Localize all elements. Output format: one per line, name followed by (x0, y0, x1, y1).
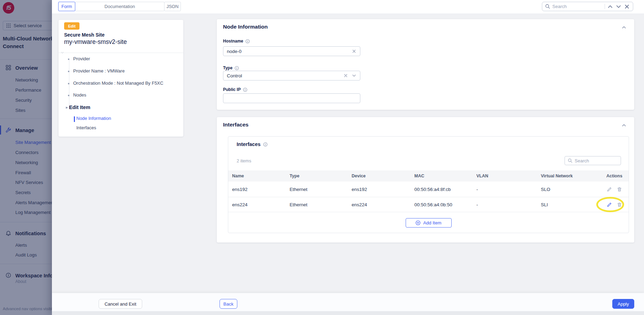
cell-vlan: - (476, 187, 541, 192)
col-vlan: VLAN (476, 174, 541, 178)
tab-form[interactable]: Form (58, 2, 75, 11)
collapse-chevron-icon[interactable] (621, 25, 627, 30)
hostname-input[interactable]: node-0 (223, 46, 360, 56)
wizard-nav-card: Edit Secure Mesh Site my-vmware-smsv2-si… (59, 20, 183, 137)
node-information-title: Node Information (223, 24, 268, 30)
col-device: Device (352, 174, 414, 178)
object-name: my-vmware-smsv2-site (64, 38, 127, 46)
step-bullet (68, 83, 69, 84)
public-ip-input[interactable] (223, 93, 360, 103)
cell-mac: 00:50:56:a4:8f:cb (414, 187, 476, 192)
panel-topbar: Form Documentation JSON (52, 0, 644, 14)
info-icon[interactable] (235, 66, 239, 70)
tab-json[interactable]: JSON (164, 2, 181, 11)
table-search-input[interactable] (575, 158, 618, 163)
back-button[interactable]: Back (220, 299, 237, 309)
col-name: Name (232, 174, 290, 178)
interfaces-list-panel: Interfaces 2 items Name Type Device MAC … (228, 136, 629, 233)
interfaces-card: Interfaces Interfaces 2 items Name Type … (217, 117, 634, 243)
caret-right-icon (66, 106, 68, 109)
info-icon[interactable] (243, 87, 247, 92)
col-type: Type (290, 174, 352, 178)
cell-virtual-network: SLO (541, 187, 606, 192)
wizard-substep-interfaces[interactable]: Interfaces (76, 125, 96, 130)
table-row: ens192 Ethernet ens192 00:50:56:a4:8f:cb… (228, 182, 629, 197)
cell-mac: 00:50:56:a4:0b:50 (414, 202, 476, 207)
wizard-step-nodes[interactable]: Nodes (73, 92, 86, 98)
plus-circle-icon (415, 220, 421, 225)
cell-device: ens224 (352, 202, 414, 207)
items-count: 2 items (237, 158, 251, 163)
cell-name: ens192 (232, 187, 290, 192)
hostname-label: Hostname (223, 39, 250, 44)
object-type-label: Secure Mesh Site (64, 32, 105, 38)
sidebar: f5 Select service Multi-Cloud Network Co… (0, 0, 52, 315)
cell-vlan: - (476, 202, 541, 207)
info-icon[interactable] (263, 142, 268, 147)
table-search-bar (565, 156, 621, 165)
delete-trash-icon[interactable] (616, 186, 622, 192)
add-item-button[interactable]: Add Item (406, 218, 452, 228)
clear-icon[interactable] (352, 49, 356, 54)
hostname-value: node-0 (227, 49, 352, 54)
col-mac: MAC (414, 174, 476, 178)
wizard-step-provider-name[interactable]: Provider Name : VMWare (73, 68, 125, 74)
divider (59, 53, 183, 53)
step-bullet (68, 71, 69, 72)
form-slideover-panel: Form Documentation JSON Edit Secure Mesh… (52, 0, 644, 315)
edit-pencil-icon[interactable] (606, 186, 612, 192)
apply-button[interactable]: Apply (612, 299, 634, 309)
step-bullet (68, 95, 69, 96)
find-search-input[interactable] (552, 4, 603, 9)
table-header-row: Name Type Device MAC VLAN Virtual Networ… (228, 170, 629, 182)
cell-name: ens224 (232, 202, 290, 207)
search-icon (568, 158, 573, 163)
chevron-down-icon[interactable] (615, 3, 622, 10)
wizard-step-orchestration-mode[interactable]: Orchestration Mode : Not Managed By F5XC (73, 80, 163, 86)
caret-down-icon (61, 51, 64, 54)
wizard-edit-item-label[interactable]: Edit Item (69, 105, 90, 110)
find-search-bar (542, 2, 633, 11)
table-row: ens224 Ethernet ens224 00:50:56:a4:0b:50… (228, 197, 629, 212)
collapse-chevron-icon[interactable] (621, 123, 627, 128)
type-value: Control (227, 73, 343, 78)
type-select[interactable]: Control (223, 71, 360, 80)
type-label: Type (223, 66, 239, 70)
cell-type: Ethernet (290, 202, 352, 207)
add-item-label: Add Item (423, 220, 441, 225)
sidebar-dim-overlay (0, 0, 52, 315)
delete-trash-icon[interactable] (616, 202, 622, 208)
chevron-up-icon[interactable] (607, 3, 613, 10)
node-information-card: Node Information Hostname node-0 Type Co… (217, 19, 634, 110)
wizard-substep-node-information[interactable]: Node Information (76, 116, 111, 121)
edit-pencil-icon[interactable] (606, 202, 612, 208)
close-icon[interactable] (624, 3, 630, 10)
row-actions (606, 186, 629, 192)
step-bullet (68, 59, 69, 60)
interfaces-panel-title: Interfaces (237, 141, 268, 147)
active-step-indicator (74, 116, 75, 122)
edit-badge: Edit (64, 22, 79, 30)
bottom-strip (52, 311, 644, 315)
interfaces-title: Interfaces (223, 122, 248, 128)
tab-documentation[interactable]: Documentation (75, 2, 164, 11)
wizard-step-provider[interactable]: Provider (73, 56, 90, 61)
info-icon[interactable] (245, 39, 250, 44)
cell-type: Ethernet (290, 187, 352, 192)
col-virtual-network: Virtual Network (541, 174, 606, 178)
row-actions (606, 202, 629, 208)
col-actions: Actions (606, 174, 629, 178)
search-icon (545, 4, 550, 9)
cancel-and-exit-button[interactable]: Cancel and Exit (99, 299, 142, 309)
footer-bar: Cancel and Exit Back Apply (52, 293, 644, 311)
divider (605, 4, 605, 9)
clear-icon[interactable] (343, 73, 348, 78)
public-ip-label: Public IP (223, 87, 247, 92)
add-item-row: Add Item (228, 212, 629, 233)
chevron-down-icon[interactable] (352, 73, 356, 78)
f5xc-console: f5 Select service Multi-Cloud Network Co… (0, 0, 644, 315)
cell-device: ens192 (352, 187, 414, 192)
cell-virtual-network: SLI (541, 202, 606, 207)
